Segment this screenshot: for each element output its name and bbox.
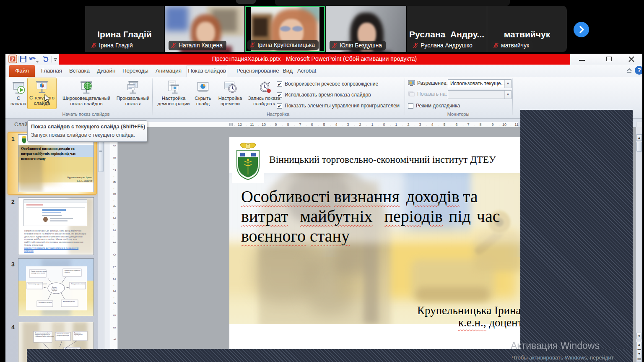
svg-text:Автоматизаційного: Автоматизаційного [63,301,75,302]
svg-text:P: P [11,56,14,62]
svg-text:відносин: відносин [65,271,70,273]
svg-text:стваховання змінна, обслужених: стваховання змінна, обслужених [35,336,54,337]
svg-text:Передплати на пошти: Передплати на пошти [71,283,85,285]
svg-text:приводу чогось засоби: приводу чогось засоби [31,272,45,274]
svg-text:Виплати від надання платежі: Виплати від надання платежі [29,283,47,285]
svg-text:перейбування: перейбування [74,334,83,336]
svg-text:Генерування питання: Генерування питання [39,302,52,303]
svg-text:періодів: періодів [52,290,57,292]
svg-text:утворень організацій: утворень організацій [57,335,69,336]
